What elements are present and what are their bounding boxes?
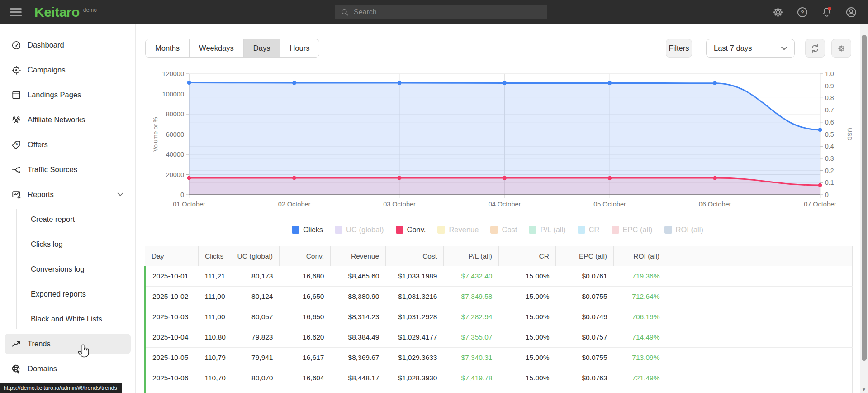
legend-item[interactable]: Conv.	[396, 225, 426, 234]
legend-item[interactable]: UC (global)	[335, 225, 384, 234]
brand-logo[interactable]: Keitaro	[34, 5, 80, 20]
table-cell: $7,282.94	[444, 307, 499, 327]
scrollbar-thumb[interactable]	[862, 35, 867, 361]
svg-text:0.4: 0.4	[825, 143, 834, 150]
legend-swatch	[437, 226, 445, 234]
column-header[interactable]: Revenue	[331, 246, 386, 266]
sidebar-item-dashboard[interactable]: Dashboard	[0, 35, 135, 55]
legend-label: Clicks	[303, 225, 323, 234]
gear-icon[interactable]	[772, 6, 784, 18]
notifications-bell-icon[interactable]	[821, 6, 833, 18]
sidebar-item-campaigns[interactable]: Campaigns	[0, 60, 135, 80]
legend-item[interactable]: CR	[578, 225, 600, 234]
legend-item[interactable]: EPC (all)	[612, 225, 653, 234]
svg-text:100000: 100000	[162, 91, 184, 98]
chart-settings-button[interactable]	[831, 39, 851, 58]
legend-item[interactable]: P/L (all)	[529, 225, 565, 234]
svg-text:120000: 120000	[162, 70, 184, 77]
table-cell: 16,650	[280, 307, 331, 327]
column-header[interactable]: Clicks	[199, 246, 228, 266]
svg-text:0: 0	[825, 191, 829, 198]
table-cell: 15.00%	[499, 368, 556, 388]
column-header[interactable]: Day	[145, 246, 199, 266]
table-cell: $1,028.3930	[386, 368, 444, 388]
column-header[interactable]: EPC (all)	[556, 246, 614, 266]
svg-text:20000: 20000	[166, 171, 184, 178]
sidebar-item-traffic-sources[interactable]: Traffic Sources	[0, 159, 135, 180]
table-cell: 16,650	[280, 287, 331, 307]
legend-item[interactable]: Clicks	[292, 225, 323, 234]
scrollbar-down-arrow[interactable]: ▼	[862, 387, 866, 392]
table-cell: $8,384.49	[331, 327, 386, 348]
table-cell: 15.00%	[499, 348, 556, 368]
legend-item[interactable]: Revenue	[437, 225, 479, 234]
column-header[interactable]: ROI (all)	[614, 246, 666, 266]
tab-weekdays[interactable]: Weekdays	[190, 39, 244, 57]
filters-button[interactable]: Filters	[666, 39, 692, 58]
sidebar-item-create-report[interactable]: Create report	[17, 209, 135, 230]
sidebar-item-label: Offers	[28, 140, 48, 149]
legend-label: EPC (all)	[623, 225, 653, 234]
tab-hours[interactable]: Hours	[280, 39, 319, 57]
svg-text:0.5: 0.5	[825, 131, 834, 138]
table-cell: 2025-10-02	[145, 287, 199, 307]
sidebar-item-offers[interactable]: $ Offers	[0, 134, 135, 155]
sidebar-item-domains[interactable]: Domains	[0, 359, 135, 379]
refresh-button[interactable]	[805, 39, 825, 58]
table-cell: $4,262.66	[444, 388, 499, 393]
column-header[interactable]: CR	[499, 246, 556, 266]
table-cell: 713.0%	[614, 388, 666, 393]
help-icon[interactable]: ?	[797, 6, 808, 18]
dashboard-icon	[11, 40, 21, 50]
hamburger-menu-icon[interactable]	[10, 8, 22, 16]
table-cell: $1,029.3633	[386, 348, 444, 368]
table-cell: $7,432.40	[444, 266, 499, 287]
svg-text:0.8: 0.8	[825, 94, 834, 101]
legend-label: UC (global)	[346, 225, 384, 234]
table-cell: $7,355.07	[444, 327, 499, 348]
legend-item[interactable]: Cost	[490, 225, 517, 234]
landing-pages-icon	[11, 90, 21, 100]
table-cell: $1,033.1989	[386, 266, 444, 287]
table-cell: 80,070	[228, 368, 280, 388]
campaigns-icon	[11, 65, 21, 75]
sidebar-item-landing-pages[interactable]: Landings Pages	[0, 85, 135, 105]
table-cell: $8,314.23	[331, 307, 386, 327]
column-header[interactable]: P/L (all)	[444, 246, 499, 266]
svg-text:02 October: 02 October	[278, 201, 311, 208]
sidebar-item-conversions-log[interactable]: Conversions log	[17, 259, 135, 279]
sidebar-item-reports[interactable]: Reports	[0, 184, 135, 205]
sidebar-item-exported-reports[interactable]: Exported reports	[17, 284, 135, 304]
trends-chart[interactable]: 02000040000600008000010000012000000.10.2…	[144, 57, 856, 215]
tab-months[interactable]: Months	[146, 39, 190, 57]
table-cell: $8,380.90	[331, 287, 386, 307]
table-cell: 706.19%	[614, 307, 666, 327]
legend-item[interactable]: ROI (all)	[664, 225, 703, 234]
table-cell: 16,604	[280, 368, 331, 388]
column-header[interactable]: Cost	[386, 246, 444, 266]
sidebar-item-trends[interactable]: Trends	[5, 334, 131, 354]
svg-text:0.9: 0.9	[825, 82, 834, 90]
search-input[interactable]	[354, 8, 535, 16]
refresh-icon	[810, 43, 820, 53]
legend-swatch	[490, 226, 498, 234]
search-bar[interactable]	[335, 5, 547, 19]
account-icon[interactable]	[845, 6, 857, 18]
column-header[interactable]: UC (global)	[228, 246, 280, 266]
table-row: 2025-10-06110,7080,07016,604$8,448.17$1,…	[145, 368, 853, 388]
table-cell: $0.0749	[556, 307, 614, 327]
table-cell: 79,941	[228, 348, 280, 368]
sidebar-item-label: Affiliate Networks	[28, 115, 85, 124]
table-cell: 80,124	[228, 287, 280, 307]
table-cell: 15.00%	[499, 287, 556, 307]
table-cell: 64,43	[199, 388, 228, 393]
column-header[interactable]: Conv.	[280, 246, 331, 266]
svg-text:Volume or %: Volume or %	[152, 117, 159, 152]
table-cell: 721.49%	[614, 368, 666, 388]
tab-days[interactable]: Days	[244, 39, 280, 57]
sidebar-item-clicks-log[interactable]: Clicks log	[17, 234, 135, 254]
page-scrollbar[interactable]: ▼	[860, 24, 868, 393]
sidebar-item-affiliate-networks[interactable]: Affiliate Networks	[0, 110, 135, 130]
sidebar-item-black-and-white-lists[interactable]: Black and White Lists	[17, 309, 135, 329]
date-range-select[interactable]: Last 7 days	[706, 39, 795, 58]
